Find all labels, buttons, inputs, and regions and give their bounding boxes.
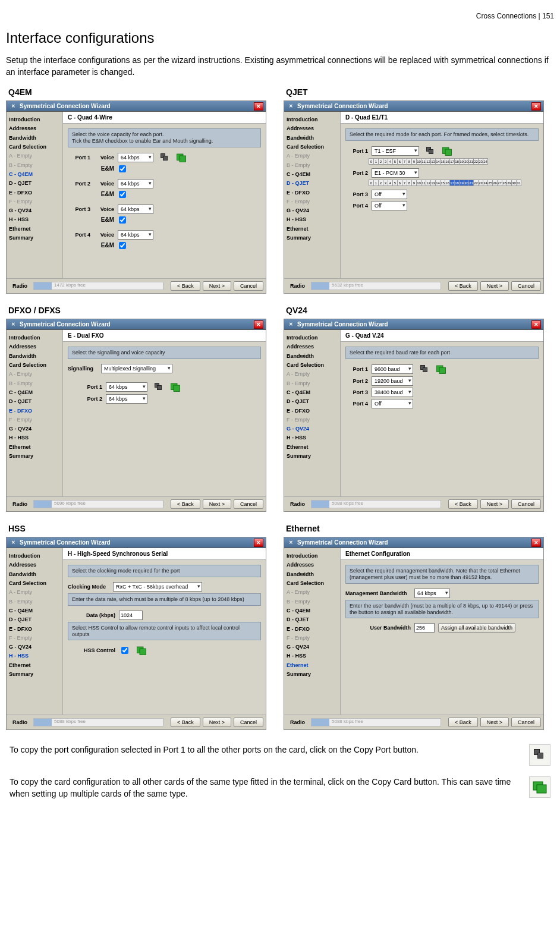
- baud-select[interactable]: Off: [372, 399, 413, 408]
- nav-slot[interactable]: Summary: [9, 670, 60, 679]
- close-icon[interactable]: ✕: [254, 102, 263, 111]
- nav-item[interactable]: Introduction: [9, 334, 60, 342]
- nav-slot[interactable]: C - Q4EM: [9, 606, 60, 615]
- back-button[interactable]: < Back: [171, 499, 200, 509]
- nav-item[interactable]: Card Selection: [9, 143, 60, 152]
- nav-slot[interactable]: Summary: [9, 234, 60, 243]
- copy-card-icon[interactable]: [442, 146, 452, 156]
- nav-slot[interactable]: G - QV24: [287, 206, 338, 215]
- back-button[interactable]: < Back: [171, 718, 200, 727]
- nav-item[interactable]: Card Selection: [287, 361, 338, 370]
- nav-item[interactable]: Bandwidth: [9, 134, 60, 143]
- nav-item[interactable]: Card Selection: [287, 579, 338, 588]
- nav-slot[interactable]: Summary: [287, 452, 338, 461]
- nav-slot[interactable]: Ethernet: [287, 225, 338, 234]
- nav-slot[interactable]: E - DFXO: [9, 188, 60, 197]
- voice-select[interactable]: 64 kbps: [118, 205, 153, 214]
- nav-slot[interactable]: E - DFXO: [287, 625, 338, 634]
- nav-slot[interactable]: G - QV24: [287, 643, 338, 652]
- next-button[interactable]: Next >: [203, 718, 231, 727]
- eam-checkbox[interactable]: [119, 216, 126, 224]
- nav-slot[interactable]: D - QJET: [287, 615, 338, 624]
- nav-item[interactable]: Bandwidth: [287, 134, 338, 143]
- nav-slot[interactable]: E - DFXO: [287, 188, 338, 197]
- copy-port-icon[interactable]: [153, 382, 164, 392]
- mgmt-bandwidth-select[interactable]: 64 kbps: [414, 589, 450, 598]
- eam-checkbox[interactable]: [119, 191, 126, 198]
- nav-item[interactable]: Addresses: [287, 124, 338, 133]
- copy-port-icon[interactable]: [425, 146, 436, 156]
- data-rate-input[interactable]: [119, 611, 143, 620]
- voice-select[interactable]: 64 kbps: [118, 230, 153, 240]
- nav-item[interactable]: Introduction: [287, 552, 338, 561]
- nav-slot[interactable]: H - HSS: [9, 433, 60, 442]
- nav-slot[interactable]: Ethernet: [9, 225, 60, 234]
- copy-port-icon[interactable]: [159, 152, 170, 163]
- nav-slot[interactable]: D - QJET: [287, 397, 338, 406]
- close-icon[interactable]: ✕: [254, 320, 263, 329]
- nav-slot[interactable]: D - QJET: [9, 615, 60, 624]
- next-button[interactable]: Next >: [480, 499, 509, 509]
- back-button[interactable]: < Back: [171, 281, 200, 291]
- cancel-button[interactable]: Cancel: [234, 499, 263, 509]
- signalling-select[interactable]: Multiplexed Signalling: [101, 364, 172, 373]
- nav-slot[interactable]: D - QJET: [9, 179, 60, 188]
- mode-select[interactable]: Off: [372, 201, 407, 210]
- nav-slot[interactable]: D - QJET: [9, 397, 60, 406]
- copy-card-icon[interactable]: [136, 645, 147, 656]
- copy-card-icon[interactable]: [436, 364, 446, 375]
- cancel-button[interactable]: Cancel: [234, 718, 263, 727]
- nav-slot[interactable]: C - Q4EM: [287, 170, 338, 179]
- voice-select[interactable]: 64 kbps: [106, 382, 147, 392]
- nav-slot[interactable]: Summary: [9, 452, 60, 461]
- mode-select[interactable]: T1 - ESF: [372, 146, 419, 156]
- nav-slot[interactable]: Summary: [287, 670, 338, 679]
- nav-slot[interactable]: Ethernet: [9, 661, 60, 670]
- nav-slot[interactable]: G - QV24: [9, 643, 60, 652]
- nav-item[interactable]: Introduction: [287, 115, 338, 124]
- nav-item[interactable]: Addresses: [9, 342, 60, 351]
- baud-select[interactable]: 19200 baud: [372, 376, 413, 386]
- nav-slot[interactable]: Ethernet: [9, 443, 60, 452]
- nav-slot[interactable]: G - QV24: [9, 206, 60, 215]
- nav-item[interactable]: Card Selection: [287, 143, 338, 152]
- timeslot-row[interactable]: 0123456789101112131415161718192021222324: [369, 158, 539, 165]
- nav-slot[interactable]: H - HSS: [287, 652, 338, 660]
- nav-item[interactable]: Bandwidth: [9, 570, 60, 579]
- nav-item[interactable]: Card Selection: [9, 579, 60, 588]
- nav-item[interactable]: Introduction: [9, 115, 60, 124]
- nav-item[interactable]: Introduction: [9, 552, 60, 561]
- nav-slot[interactable]: Ethernet: [287, 661, 338, 670]
- cancel-button[interactable]: Cancel: [511, 718, 541, 727]
- close-icon[interactable]: ✕: [531, 539, 541, 547]
- nav-slot[interactable]: C - Q4EM: [287, 388, 338, 397]
- eam-checkbox[interactable]: [119, 242, 126, 249]
- mode-select[interactable]: E1 - PCM 30: [372, 168, 419, 178]
- nav-item[interactable]: Bandwidth: [287, 570, 338, 579]
- cancel-button[interactable]: Cancel: [511, 281, 541, 291]
- cancel-button[interactable]: Cancel: [511, 499, 541, 509]
- next-button[interactable]: Next >: [480, 281, 509, 291]
- mode-select[interactable]: Off: [372, 190, 407, 199]
- nav-slot[interactable]: E - DFXO: [287, 407, 338, 416]
- nav-slot[interactable]: G - QV24: [287, 424, 338, 433]
- timeslot-row[interactable]: 0123456789101112131415161718192021222324…: [369, 180, 539, 186]
- voice-select[interactable]: 64 kbps: [106, 394, 147, 404]
- hss-control-checkbox[interactable]: [121, 647, 128, 654]
- next-button[interactable]: Next >: [203, 499, 231, 509]
- nav-slot[interactable]: E - DFXO: [9, 407, 60, 416]
- nav-slot[interactable]: C - Q4EM: [9, 170, 60, 179]
- nav-item[interactable]: Card Selection: [9, 361, 60, 370]
- back-button[interactable]: < Back: [448, 281, 478, 291]
- baud-select[interactable]: 38400 baud: [372, 388, 413, 397]
- user-bandwidth-input[interactable]: [414, 623, 435, 633]
- back-button[interactable]: < Back: [448, 718, 478, 727]
- copy-port-icon[interactable]: [419, 364, 430, 375]
- voice-select[interactable]: 64 kbps: [118, 153, 153, 162]
- nav-slot[interactable]: C - Q4EM: [287, 606, 338, 615]
- timeslot-cell[interactable]: 31: [516, 180, 521, 186]
- nav-slot[interactable]: D - QJET: [287, 179, 338, 188]
- eam-checkbox[interactable]: [119, 165, 126, 172]
- nav-slot[interactable]: Summary: [287, 234, 338, 243]
- back-button[interactable]: < Back: [448, 499, 478, 509]
